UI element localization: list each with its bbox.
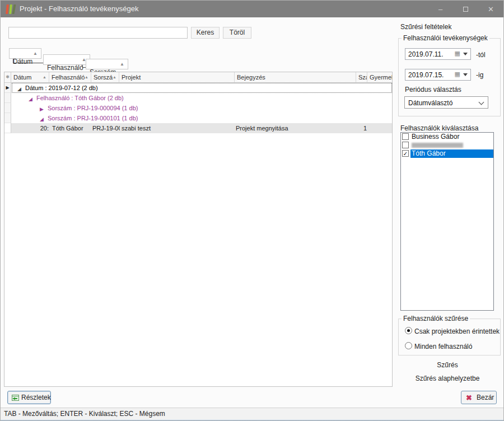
sort-asc-icon: ▲	[33, 49, 38, 58]
dropdown-arrow-icon[interactable]	[463, 73, 468, 76]
maximize-button[interactable]	[453, 1, 478, 17]
user-item-label: Business Gábor	[410, 133, 493, 141]
row-indicator-header: ✱	[4, 72, 11, 82]
group-row-label: Sorszám : PRJ-19-000101 (1 db)	[48, 114, 138, 123]
groupby-datum[interactable]: ▲Dátum	[9, 48, 41, 59]
reszletek-button[interactable]: Részletek	[7, 391, 51, 404]
cell-felhasznalo: Tóth Gábor	[52, 124, 97, 133]
period-select-value: Dátumválasztó	[408, 99, 452, 107]
search-input[interactable]	[8, 27, 188, 39]
activity-grid: ✱ Dátum▲ Felhasználó▲ Sorszá▲ Projekt Be…	[4, 72, 393, 387]
minimize-button[interactable]: –	[428, 1, 453, 17]
groupby-sorszam[interactable]: ▲Sorszám	[86, 59, 128, 69]
groupby-felhasznalo[interactable]: ▲Felhasználó	[43, 54, 90, 65]
date-to-suffix: -ig	[476, 71, 483, 79]
keres-button[interactable]: Keres	[191, 27, 220, 39]
close-x-icon: ✖	[466, 394, 472, 402]
group-row-label: Sorszám : PRJ-19-000094 (1 db)	[48, 104, 138, 113]
chevron-down-icon	[479, 100, 484, 105]
row-indicator-cell	[4, 123, 11, 133]
radio-minden-felhasznalo[interactable]	[405, 342, 412, 349]
row-indicator-cell	[4, 113, 11, 123]
calendar-icon: ▦	[455, 71, 460, 78]
calendar-icon: ▦	[455, 50, 460, 57]
activity-groupbox-label: Felhasználói tevékenységek	[402, 34, 489, 42]
radio-label[interactable]: Csak projektekben érintettek	[414, 328, 500, 335]
details-window-icon	[11, 394, 20, 403]
radio-csak-projektekben[interactable]	[405, 327, 412, 334]
period-select[interactable]: Dátumválasztó	[404, 96, 488, 109]
users-listbox[interactable]: Business Gábor ✓ Tóth Gábor	[400, 132, 494, 311]
row-indicator-arrow: ▶	[4, 83, 11, 93]
user-item-label: Tóth Gábor	[410, 149, 493, 158]
reszletek-label: Részletek	[21, 394, 51, 401]
user-item-redacted[interactable]	[401, 141, 493, 149]
app-icon	[6, 4, 16, 14]
cell-datum: 20:	[12, 124, 49, 133]
checkbox-unchecked[interactable]	[402, 133, 409, 140]
app-window: Projekt - Felhasználó tevékenységek – ✕ …	[0, 0, 504, 421]
date-from-field[interactable]: 2019.07.11. ▦	[405, 48, 471, 60]
row-indicator-cell	[4, 103, 11, 113]
torol-button[interactable]: Töröl	[223, 27, 251, 39]
column-header-szar[interactable]: Szár	[356, 72, 367, 82]
maximize-icon	[463, 7, 468, 12]
column-header-bejegyzes[interactable]: Bejegyzés	[235, 72, 356, 82]
group-row-sorszam-94[interactable]: ▶ Sorszám : PRJ-19-000094 (1 db)	[4, 103, 392, 113]
users-filter-groupbox-label: Felhasználók szűrése	[402, 315, 470, 322]
users-list-label: Felhasználók kiválasztása	[400, 124, 478, 132]
status-bar: TAB - Mezőváltás; ENTER - Kiválaszt; ESC…	[1, 408, 504, 420]
close-button[interactable]: ✕	[478, 1, 503, 17]
group-row-datum[interactable]: ▶ ◢ Dátum : 2019-07-12 (2 db)	[4, 83, 392, 93]
date-to-value: 2019.07.15.	[408, 71, 444, 79]
period-label: Periódus választás	[405, 86, 461, 93]
sort-asc-icon: ▲	[120, 60, 124, 68]
column-header-projekt[interactable]: Projekt	[119, 72, 235, 82]
user-item-toth-gabor[interactable]: ✓ Tóth Gábor	[401, 149, 493, 158]
cell-bejegyzes: Projekt megnyitása	[236, 124, 354, 133]
bezar-label: Bezár	[477, 394, 494, 401]
szures-reset-button[interactable]: Szűrés alaphelyzetbe	[394, 375, 501, 382]
radio-label[interactable]: Minden felhasználó	[414, 343, 472, 350]
group-row-label: Felhasználó : Tóth Gábor (2 db)	[36, 93, 124, 103]
redacted-label	[412, 143, 463, 148]
date-from-suffix: -tól	[476, 51, 486, 59]
bezar-button[interactable]: ✖ Bezár	[461, 391, 497, 404]
sort-asc-icon: ▲	[43, 75, 46, 79]
sort-asc-icon: ▲	[85, 75, 88, 79]
group-connector	[82, 65, 86, 68]
window-title: Projekt - Felhasználó tevékenységek	[20, 4, 138, 13]
szures-button[interactable]: Szűrés	[394, 361, 501, 369]
group-row-felhasznalo[interactable]: ◢ Felhasználó : Tóth Gábor (2 db)	[4, 93, 392, 103]
cell-sorszam: PRJ-19-00	[92, 124, 120, 133]
row-indicator-cell	[4, 93, 11, 103]
column-header-datum[interactable]: Dátum▲	[11, 72, 49, 82]
group-connector	[13, 59, 43, 63]
group-row-label: Dátum : 2019-07-12 (2 db)	[25, 83, 98, 93]
dropdown-arrow-icon[interactable]	[463, 53, 468, 55]
date-from-value: 2019.07.11.	[408, 50, 444, 58]
titlebar[interactable]: Projekt - Felhasználó tevékenységek – ✕	[1, 1, 503, 17]
column-header-gyermek[interactable]: Gyermek	[367, 72, 392, 82]
grid-header: ✱ Dátum▲ Felhasználó▲ Sorszá▲ Projekt Be…	[4, 72, 392, 83]
cell-szar: 1	[356, 124, 367, 133]
user-item-business-gabor[interactable]: Business Gábor	[401, 133, 493, 141]
cell-projekt: szabi teszt	[122, 124, 234, 133]
group-row-sorszam-101[interactable]: ◢ Sorszám : PRJ-19-000101 (1 db)	[4, 113, 392, 123]
data-row[interactable]: 20: Tóth Gábor PRJ-19-00 szabi teszt Pro…	[4, 123, 392, 133]
filter-panel-title: Szűrési feltételek	[400, 23, 451, 31]
sort-asc-icon: ▲	[113, 75, 116, 79]
status-text: TAB - Mezőváltás; ENTER - Kiválaszt; ESC…	[4, 410, 165, 418]
date-to-field[interactable]: 2019.07.15. ▦	[405, 69, 471, 81]
column-header-felhasznalo[interactable]: Felhasználó▲	[49, 72, 91, 82]
column-header-sorszam[interactable]: Sorszá▲	[91, 72, 119, 82]
checkbox-checked[interactable]: ✓	[402, 150, 409, 157]
checkbox-unchecked[interactable]	[402, 142, 409, 148]
